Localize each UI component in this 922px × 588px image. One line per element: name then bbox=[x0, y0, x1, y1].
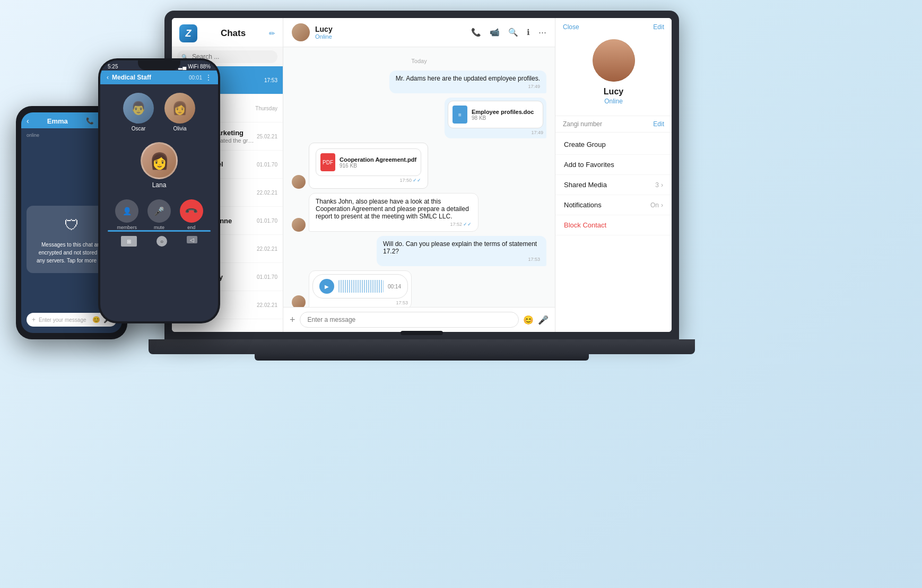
edit-panel-button[interactable]: Edit bbox=[653, 23, 664, 31]
pfront-back-button[interactable]: ‹ bbox=[107, 74, 109, 81]
pback-emoji-icon[interactable]: 😊 bbox=[92, 316, 100, 323]
zangi-app-icon: Z bbox=[179, 24, 197, 42]
contact-big-name: Lucy bbox=[604, 87, 623, 96]
shared-media-right: 3 › bbox=[655, 181, 663, 189]
pfront-group-name: Medical Staff bbox=[112, 74, 186, 81]
back-button[interactable]: ‹ bbox=[27, 117, 29, 125]
file-doc-icon: ≡ bbox=[453, 106, 467, 124]
msg-row-incoming-1: Thanks John, also please have a look at … bbox=[292, 193, 546, 232]
emoji-button[interactable]: 😊 bbox=[523, 315, 534, 325]
bubble-file-doc: ≡ Employee profiles.doc 98 KB 17:49 bbox=[445, 98, 546, 138]
contact-avatar-face bbox=[593, 39, 635, 82]
info-menu-items: Create Group Add to Favorites Shared Med… bbox=[555, 132, 672, 238]
zangi-edit-button[interactable]: Edit bbox=[653, 120, 664, 128]
laptop: Z Chats ✏ 👩 Lucy Sticker 17:53 bbox=[164, 11, 684, 414]
nav-recent[interactable]: ◁ bbox=[187, 236, 197, 243]
search-icon[interactable]: 🔍 bbox=[508, 28, 518, 37]
phone-call-icon[interactable]: 📞 bbox=[471, 28, 481, 37]
pback-phone-icon[interactable]: 📞 bbox=[86, 117, 94, 125]
file-bubble-doc: ≡ Employee profiles.doc 98 KB bbox=[448, 101, 543, 128]
notifications-right: On › bbox=[650, 201, 663, 209]
end-call-button[interactable]: 📞 end bbox=[180, 199, 203, 230]
lana-avatar: 👩 bbox=[141, 142, 178, 179]
add-attachment-button[interactable]: + bbox=[290, 314, 295, 326]
msg-text-1: Mr. Adams here are the updated employee … bbox=[396, 75, 540, 82]
laptop-body: Z Chats ✏ 👩 Lucy Sticker 17:53 bbox=[164, 11, 679, 339]
back-icon: ○ bbox=[160, 239, 163, 244]
close-panel-button[interactable]: Close bbox=[563, 23, 579, 31]
chat-time-bby: 22.02.21 bbox=[257, 302, 277, 308]
bubble-incoming-1: Thanks John, also please have a look at … bbox=[309, 193, 479, 232]
contact-info-panel: Close Edit Lucy Online Zangi number Edit bbox=[555, 18, 672, 332]
contact-big-status: Online bbox=[604, 98, 623, 105]
menu-item-shared-media[interactable]: Shared Media 3 › bbox=[555, 175, 672, 195]
chat-time-mark: Thursday bbox=[255, 106, 277, 111]
pfront-bottom-bar: ⊞ ○ ◁ bbox=[100, 232, 218, 250]
end-call-icon-glyph: 📞 bbox=[184, 204, 199, 218]
video-call-icon[interactable]: 📹 bbox=[490, 28, 500, 37]
chevron-right-icon: › bbox=[661, 181, 663, 189]
nav-back[interactable]: ○ bbox=[156, 236, 167, 247]
compose-icon[interactable]: ✏ bbox=[269, 29, 275, 38]
contact-big-avatar bbox=[593, 39, 635, 82]
bubble-time-outgoing-2: 17:53 bbox=[383, 257, 540, 262]
zangi-number-label: Zangi number bbox=[563, 120, 602, 128]
audio-waveform bbox=[338, 280, 384, 293]
menu-item-block-contact[interactable]: Block Contact bbox=[555, 215, 672, 235]
end-call-label: end bbox=[187, 225, 195, 230]
nav-home[interactable]: ⊞ bbox=[121, 236, 137, 247]
file-size-pdf: 916 KB bbox=[340, 163, 416, 169]
file-name-pdf: Cooperation Agreement.pdf bbox=[340, 156, 416, 163]
shared-media-label: Shared Media bbox=[564, 181, 607, 189]
caller-name-oscar: Oscar bbox=[132, 126, 146, 131]
laptop-camera-notch bbox=[401, 331, 443, 335]
bubble-time-incoming-1: 17:52 ✓✓ bbox=[316, 222, 472, 227]
add-favorites-label: Add to Favorites bbox=[564, 161, 614, 169]
status-bar-icons: ▂▄ WiFi 88% bbox=[178, 64, 211, 69]
bubble-time-1: 17:49 bbox=[396, 84, 540, 89]
chat-time-eah: 22.02.21 bbox=[257, 246, 277, 252]
info-icon[interactable]: ℹ bbox=[527, 28, 530, 37]
menu-item-add-favorites[interactable]: Add to Favorites bbox=[555, 155, 672, 175]
more-icon[interactable]: ⋯ bbox=[538, 28, 546, 37]
notifications-label: Notifications bbox=[564, 201, 602, 209]
contact-profile: Lucy Online bbox=[555, 34, 672, 116]
add-members-button[interactable]: 👤 members bbox=[115, 199, 138, 230]
mic-button[interactable]: 🎤 bbox=[538, 315, 549, 325]
chat-messages: Today Mr. Adams here are the updated emp… bbox=[283, 47, 555, 307]
pfront-more-icon[interactable]: ⋮ bbox=[205, 74, 212, 81]
menu-item-notifications[interactable]: Notifications On › bbox=[555, 195, 672, 215]
lana-face: 👩 bbox=[142, 144, 176, 178]
menu-item-create-group[interactable]: Create Group bbox=[555, 135, 672, 155]
play-button[interactable]: ▶ bbox=[319, 279, 334, 294]
file-info-doc: Employee profiles.doc 98 KB bbox=[472, 109, 534, 121]
chat-time-unknown1: 22.02.21 bbox=[257, 190, 277, 196]
msg-text-outgoing-2: Will do. Can you please explain the term… bbox=[383, 240, 540, 255]
create-group-label: Create Group bbox=[564, 141, 606, 148]
msg-avatar-incoming-1 bbox=[292, 218, 306, 232]
mute-button[interactable]: 🎤 mute bbox=[147, 199, 171, 230]
pback-message-input[interactable]: Enter your message bbox=[39, 317, 89, 323]
chat-header-avatar bbox=[292, 23, 310, 41]
msg-text-incoming-1: Thanks John, also please have a look at … bbox=[316, 198, 472, 220]
pback-contact-name: Emma bbox=[32, 117, 83, 125]
olivia-face: 👩 bbox=[164, 93, 195, 124]
chat-time-marketing: 25.02.21 bbox=[257, 134, 277, 139]
notifications-chevron-icon: › bbox=[661, 201, 663, 209]
caller-avatar-oscar: 👨 bbox=[123, 93, 154, 124]
msg-row-outgoing-2: Will do. Can you please explain the term… bbox=[292, 236, 546, 266]
bubble-time-pdf: 17:50 ✓✓ bbox=[316, 178, 421, 183]
msg-avatar-pdf bbox=[292, 175, 306, 189]
pback-add-icon[interactable]: + bbox=[32, 316, 36, 323]
msg-avatar-audio bbox=[292, 295, 306, 307]
cooperation-bubble: PDF Cooperation Agreement.pdf 916 KB 17:… bbox=[309, 143, 428, 189]
pfront-lana-section: 👩 Lana bbox=[100, 137, 218, 194]
chat-header-actions: 📞 📹 🔍 ℹ ⋯ bbox=[471, 28, 546, 37]
phone-front-notch bbox=[138, 58, 180, 70]
lana-name: Lana bbox=[152, 181, 167, 189]
message-input[interactable] bbox=[300, 312, 519, 328]
chat-header: Lucy Online 📞 📹 🔍 ℹ ⋯ bbox=[283, 18, 555, 47]
add-members-icon: 👤 bbox=[115, 199, 138, 223]
home-icon: ⊞ bbox=[127, 239, 131, 244]
phone-front: 5:25 ▂▄ WiFi 88% ‹ Medical Staff 00:01 ⋮… bbox=[98, 58, 220, 323]
